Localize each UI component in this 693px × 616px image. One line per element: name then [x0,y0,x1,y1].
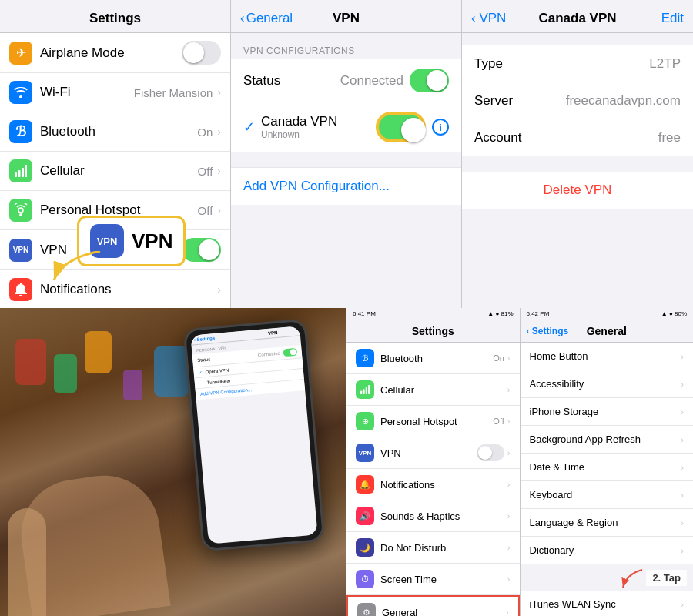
mini-general-bg-refresh[interactable]: Background App Refresh › [521,426,694,454]
server-label: Server [474,93,566,109]
vpn-panel-header: ‹ General VPN [231,0,461,33]
mini-sounds-icon: 🔊 [356,507,374,525]
svg-point-5 [19,213,22,216]
mini-vpn-label: VPN [380,447,477,459]
mini-date-time-label: Date & Time [530,461,681,473]
mini-settings-bluetooth[interactable]: ℬ Bluetooth On › [346,343,520,374]
mini-sounds-label: Sounds & Haptics [380,511,507,522]
vpn-check-icon: ✓ [243,119,255,136]
vpn-config-sub: Unknown [261,129,376,140]
back-chevron-icon: ‹ [240,11,245,26]
vpn-back-label: General [246,11,293,26]
mini-settings-vpn[interactable]: VPN VPN › [346,437,520,469]
canada-vpn-info-button[interactable]: i [432,119,449,136]
canada-vpn-panel: ‹ VPN Canada VPN Edit Type L2TP Server f… [462,0,693,308]
mini-notifications-label: Notifications [380,479,507,490]
mini-settings-sounds[interactable]: 🔊 Sounds & Haptics › [346,500,520,532]
mini-general-accessibility[interactable]: Accessibility › [521,370,694,398]
bluetooth-label: Bluetooth [40,124,197,139]
svg-rect-9 [366,387,367,394]
settings-panel: Settings ✈ Airplane Mode Wi-Fi Fisher Ma… [0,0,231,308]
vpn-icon: VPN [9,239,32,262]
mini-notifications-icon: 🔔 [356,475,374,494]
svg-point-4 [18,208,23,213]
canada-vpn-big-toggle[interactable] [376,112,426,142]
mini-settings-general[interactable]: ⚙ General › [346,595,520,616]
vpn-config-name: Canada VPN [261,114,376,129]
cellular-chevron: › [217,165,221,177]
add-vpn-button[interactable]: Add VPN Configuration... [231,167,461,205]
airplane-toggle[interactable] [182,41,221,65]
vpn-status-label: Status [243,73,340,89]
mini-settings-screentime[interactable]: ⏱ Screen Time › [346,564,520,595]
canada-vpn-title: Canada VPN [538,11,616,26]
mini-settings-cellular[interactable]: Cellular › [346,374,520,406]
vpn-section-label: VPN CONFIGURATIONS [231,33,461,59]
mini-phone-general: 6:42 PM ▲ ● 80% ‹ Settings General Home … [521,308,694,616]
type-value: L2TP [649,56,681,72]
mini-dictionary-label: Dictionary [530,544,681,556]
wifi-icon [9,81,32,104]
mini-hotspot-icon: ⊕ [356,412,374,430]
delete-vpn-button[interactable]: Delete VPN [462,172,693,209]
mini-general-date-time[interactable]: Date & Time › [521,454,694,481]
mini-settings-notifications[interactable]: 🔔 Notifications › [346,469,520,500]
mini-general-itunes-sync[interactable]: iTunes WLAN Sync › [521,591,694,616]
settings-item-wifi[interactable]: Wi-Fi Fisher Mansion › [0,73,230,112]
vpn-toggle[interactable] [182,238,221,262]
vpn-status-list: Status Connected ✓ Canada VPN Unknown i [231,59,461,152]
mini-bg-refresh-label: Background App Refresh [530,434,681,445]
mini-general-home-button[interactable]: Home Button › [521,343,694,370]
iphone-photo-section: ‹ Settings VPN PERSONAL VPN Status Conne… [0,308,346,616]
svg-rect-7 [360,391,362,395]
back-chevron-icon3: ‹ [527,326,530,336]
mini-general-keyboard[interactable]: Keyboard › [521,481,694,509]
cellular-icon [9,159,32,182]
mini-hotspot-value: Off [493,417,504,426]
canada-vpn-list: Type L2TP Server freecanadavpn.com Accou… [462,45,693,156]
mini-general-title: General [587,325,627,337]
vpn-status-toggle[interactable] [410,69,449,92]
mini-screentime-icon: ⏱ [356,570,374,588]
settings-item-airplane[interactable]: ✈ Airplane Mode [0,33,230,73]
settings-item-cellular[interactable]: Cellular Off › [0,152,230,191]
vpn-back-button[interactable]: ‹ General [240,11,293,26]
svg-rect-0 [15,172,17,177]
settings-item-bluetooth[interactable]: ℬ Bluetooth On › [0,112,230,152]
mini-general-language[interactable]: Language & Region › [521,509,694,537]
mini-vpn-icon: VPN [356,444,374,462]
mini-back-button-2[interactable]: ‹ Settings [527,326,569,336]
canada-vpn-edit-button[interactable]: Edit [661,11,684,26]
vpn-status-value: Connected [340,73,403,89]
mini-settings-hotspot[interactable]: ⊕ Personal Hotspot Off › [346,406,520,437]
mini-settings-dnd[interactable]: 🌙 Do Not Disturb › [346,532,520,564]
hotspot-icon [9,199,32,222]
mini-dnd-icon: 🌙 [356,538,374,557]
settings-item-notifications[interactable]: Notifications › [0,270,230,310]
settings-title: Settings [0,0,230,33]
mini-cellular-icon [356,380,374,399]
mini-vpn-toggle[interactable] [477,444,504,461]
mini-home-button-label: Home Button [530,350,681,362]
canada-vpn-back-button[interactable]: ‹ VPN [471,11,506,26]
vpn-canada-row[interactable]: ✓ Canada VPN Unknown i [231,102,461,152]
svg-rect-3 [25,165,28,177]
mini-status-bar-2: 6:42 PM ▲ ● 80% [521,308,694,320]
account-value: free [658,130,681,146]
mini-general-iphone-storage[interactable]: iPhone Storage › [521,398,694,426]
mini-bluetooth-label: Bluetooth [380,353,493,364]
mini-language-label: Language & Region [530,517,681,528]
vpn-panel-title: VPN [333,11,360,26]
mini-time-1: 6:41 PM [353,310,376,317]
vpn-panel: ‹ General VPN VPN CONFIGURATIONS Status … [231,0,462,308]
mini-itunes-sync-label: iTunes WLAN Sync [530,598,681,610]
tap2-annotation: 2. Tap [521,564,694,591]
bluetooth-value: On [197,126,213,139]
mini-accessibility-label: Accessibility [530,378,681,390]
wifi-chevron: › [217,86,221,99]
mini-general-dictionary[interactable]: Dictionary › [521,537,694,564]
mini-nav-bar-1: Settings [346,320,520,343]
vpn-tooltip-text: VPN [132,229,172,253]
canada-vpn-back-label: VPN [479,11,506,25]
svg-rect-1 [18,170,21,177]
